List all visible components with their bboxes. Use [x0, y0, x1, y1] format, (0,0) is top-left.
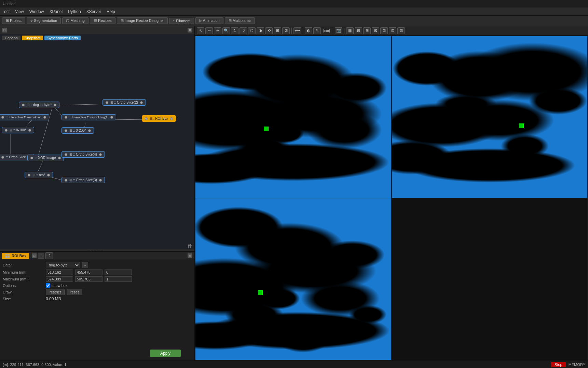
menu-xpanel[interactable]: XPanel — [47, 9, 66, 15]
tool-measure[interactable]: ⬡ — [248, 27, 256, 34]
sync-ports-button[interactable]: Synchronize Ports — [44, 36, 80, 40]
delete-icon[interactable]: 🗑 — [187, 243, 193, 249]
menu-view[interactable]: View — [12, 9, 27, 15]
tool-pencil2[interactable]: ✎ — [313, 27, 321, 34]
toolbar-segmentation[interactable]: ⟡ Segmentation — [27, 17, 61, 24]
node-port-out — [28, 129, 31, 132]
grid-icon — [5, 253, 10, 259]
properties-close-btn[interactable]: × — [188, 253, 192, 258]
prop-max-y[interactable] — [75, 276, 102, 282]
tool-zoom[interactable]: 🔍 — [222, 27, 230, 34]
restrict-button[interactable]: restrict — [46, 289, 65, 295]
toolbar-image-recipe[interactable]: ⊞ Image Recipe Designer — [117, 17, 168, 24]
toolbar-recipes[interactable]: ☰ Recipes — [90, 17, 115, 24]
node-interactive-thresh-2[interactable]: :: Interactive Thresholding(2) — [61, 114, 116, 120]
menu-ect[interactable]: ect — [1, 9, 12, 15]
prop-row-size: Size: 0.00 MB — [3, 297, 192, 301]
stop-button[interactable]: Stop — [551, 362, 566, 367]
node-port-in — [30, 157, 33, 159]
node-roi-box[interactable]: ⊞:: ROI Box — [142, 115, 176, 122]
unit-label: [nm] — [322, 29, 331, 32]
tool-camera[interactable]: 📷 — [335, 27, 342, 34]
toolbar-sep-2 — [303, 28, 303, 34]
menu-help[interactable]: Help — [104, 9, 118, 15]
prop-row-minimum: Minimum [nm]: — [3, 270, 192, 275]
node-port-out — [47, 174, 50, 176]
viewer-cell-top-left[interactable] — [195, 36, 391, 198]
viewer-image-tr — [392, 36, 588, 198]
node-ortho-slice-3[interactable]: ⊞ :: Ortho Slice(3) — [61, 177, 105, 183]
prop-max-z[interactable] — [105, 276, 132, 282]
main-layout: □ × Caption Snapshot Synchronize Ports — [0, 26, 588, 360]
snapshot-button[interactable]: Snapshot — [22, 36, 43, 40]
viewer-cell-bottom-right[interactable] — [392, 198, 588, 360]
svg-line-8 — [38, 105, 53, 158]
layout-2x2[interactable]: ⊞ — [363, 27, 371, 34]
tool-cursor[interactable]: ↖ — [197, 27, 204, 34]
layout-custom3[interactable]: ⊡ — [397, 27, 405, 34]
menu-python[interactable]: Python — [65, 9, 83, 15]
layout-custom2[interactable]: ⊡ — [389, 27, 396, 34]
viewer-cell-top-right[interactable] — [392, 36, 588, 198]
node-ortho-slice-2[interactable]: ⊞ :: Ortho Slice(2) — [102, 99, 146, 106]
tool-flip[interactable]: ⟲ — [265, 27, 273, 34]
menu-window[interactable]: Window — [27, 9, 47, 15]
node-graph-canvas[interactable]: ⊞ :: dog.to-byte* ⊞ :: Ortho Slice(2) ::… — [0, 42, 194, 251]
properties-restore-btn[interactable]: □ — [32, 253, 37, 258]
toolbar-meshing[interactable]: ⬡ Meshing — [62, 17, 88, 24]
show-box-checkbox[interactable]: show box — [46, 283, 67, 288]
prop-min-x[interactable] — [46, 270, 73, 275]
layout-custom1[interactable]: ⊡ — [380, 27, 388, 34]
properties-navigate-btn[interactable]: → — [38, 253, 44, 259]
toolbar-project[interactable]: ⊞ Project — [2, 17, 25, 24]
layout-1x1[interactable]: ▦ — [346, 27, 354, 34]
tool-contrast2[interactable]: ◐ — [305, 27, 312, 34]
apply-button[interactable]: Apply — [150, 350, 181, 357]
prop-row-options: Options: show box — [3, 283, 192, 288]
prop-data-navigate[interactable]: → — [82, 262, 88, 268]
node-port-in — [1, 116, 4, 119]
tool-crosshair[interactable]: ✛ — [214, 27, 221, 34]
node-port-out — [88, 129, 91, 132]
node-graph-restore-btn[interactable]: □ — [2, 28, 7, 32]
node-xor-image[interactable]: :: XOR Image — [27, 155, 64, 161]
tool-rotate[interactable]: ↻ — [231, 27, 238, 34]
node-dog-to-byte[interactable]: ⊞ :: dog.to-byte* — [19, 102, 59, 108]
prop-data-select[interactable]: dog.to-byte — [46, 262, 80, 268]
layout-3x1[interactable]: ⊠ — [372, 27, 379, 34]
green-marker-tl — [264, 127, 269, 131]
properties-help-btn[interactable]: ? — [45, 252, 53, 259]
node-ortho-slice-4[interactable]: ⊞ :: Ortho Slice(4) — [61, 151, 105, 158]
prop-row-draw: Draw: restrict reset — [3, 289, 192, 295]
node-range-0-200[interactable]: ⊞ :: 0-200* — [61, 127, 94, 134]
node-graph-close-btn[interactable]: × — [188, 28, 192, 32]
blob-overlay-tr — [392, 36, 588, 198]
prop-min-y[interactable] — [75, 270, 102, 275]
reset-button[interactable]: reset — [67, 289, 82, 295]
prop-max-x[interactable] — [46, 276, 73, 282]
node-range-0-100[interactable]: ⊞ :: 0-100* — [2, 127, 34, 133]
prop-min-z[interactable] — [105, 270, 132, 275]
tool-contrast[interactable]: ◑ — [257, 27, 264, 34]
caption-button[interactable]: Caption — [2, 36, 20, 40]
toolbar-sep-3 — [333, 28, 333, 34]
tool-extra1[interactable]: ⊠ — [282, 27, 290, 34]
blob-overlay-tl — [195, 36, 391, 198]
layout-1x2[interactable]: ⊟ — [355, 27, 362, 34]
tool-ruler[interactable]: ⟷ — [293, 27, 301, 34]
tool-pan[interactable]: ☽ — [240, 27, 247, 34]
prop-label-minimum: Minimum [nm]: — [3, 270, 44, 274]
viewer-cell-bottom-left[interactable] — [195, 198, 391, 360]
toolbar-multiplanar[interactable]: ⊞ Multiplanar — [225, 17, 255, 24]
node-res[interactable]: ⊞ :: res* — [25, 172, 53, 178]
show-box-input[interactable] — [46, 283, 50, 288]
menu-xserver[interactable]: XServer — [84, 9, 104, 15]
node-interactive-thresh[interactable]: :: Interactive Thresholding — [0, 114, 49, 120]
toolbar-animation[interactable]: ▷ Animation — [195, 17, 223, 24]
tool-pen[interactable]: ✏ — [205, 27, 213, 34]
node-port-in — [28, 174, 30, 176]
tool-roi[interactable]: ⊞ — [274, 27, 281, 34]
toolbar-filament[interactable]: ~ Filament — [169, 18, 194, 24]
node-port-out — [99, 153, 102, 156]
viewer-image-bl — [195, 198, 391, 360]
